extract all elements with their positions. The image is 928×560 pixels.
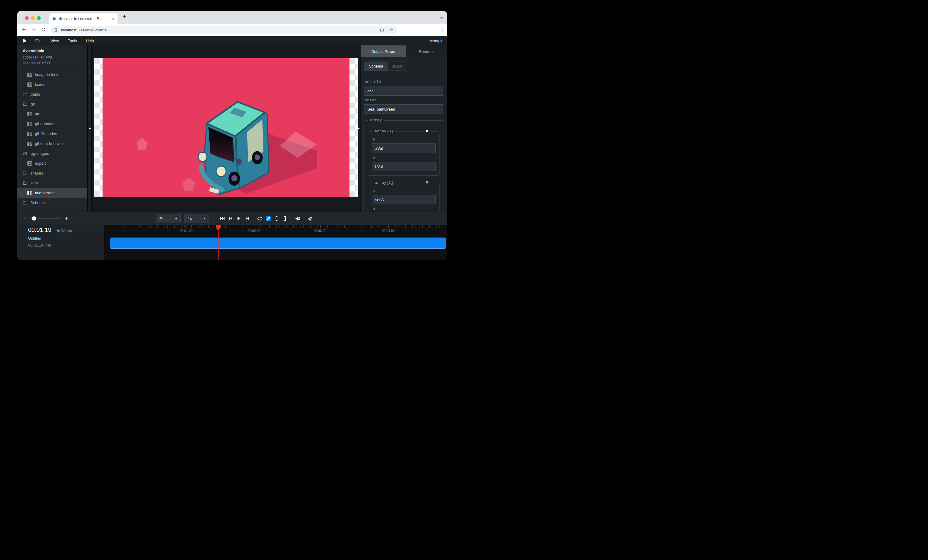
- sidebar-item-loader[interactable]: loader: [17, 79, 87, 89]
- in-point-bracket-button[interactable]: [272, 214, 281, 223]
- menu-view[interactable]: View: [46, 38, 63, 43]
- zoom-slider-thumb[interactable]: [32, 216, 36, 221]
- props-panel: Default PropsRenders SchemaJSON vehiclec…: [360, 46, 447, 212]
- sidebar-item-Rive[interactable]: Rive: [17, 178, 87, 188]
- compositions-list: image-in-lottieloaderpathsgifgifgif-dura…: [17, 68, 87, 208]
- array[0]-b-input[interactable]: bVal: [372, 162, 436, 171]
- close-window-button[interactable]: [25, 16, 29, 20]
- folder-icon: [23, 171, 27, 175]
- film-icon: [27, 122, 32, 126]
- sidebar-item-Schema[interactable]: Schema: [17, 198, 87, 208]
- browser-menu-icon[interactable]: [443, 28, 443, 32]
- array-fieldset: array array[0] ✕ aaValbbVal array[1] ✕ a…: [363, 120, 444, 212]
- fullscreen-window-button[interactable]: [37, 16, 41, 20]
- tab-default-props[interactable]: Default Props: [360, 46, 406, 57]
- color-input[interactable]: SeaFoamGreen: [364, 104, 443, 114]
- remove-array-item-icon[interactable]: ✕: [423, 180, 431, 185]
- array-fieldset-legend: array: [368, 118, 384, 123]
- sidebar-item-paths[interactable]: paths: [17, 89, 87, 99]
- reload-button[interactable]: [41, 27, 46, 32]
- timeline-track[interactable]: [110, 237, 446, 249]
- site-info-icon[interactable]: [54, 28, 58, 32]
- transparency-checkerboard-right: [350, 58, 358, 197]
- transparency-checkerboard-left: [94, 58, 102, 197]
- play-button[interactable]: [235, 214, 243, 223]
- current-frame-fps: 49 (30 fps): [56, 229, 72, 233]
- current-time: 00:01.19: [28, 227, 52, 233]
- compositions-sidebar: rive-vehicle 1200x630, 30 FPS Duration 0…: [17, 46, 87, 212]
- vehicle-input[interactable]: car: [364, 86, 443, 96]
- sidebar-item-gif-duration[interactable]: gif-duration: [17, 119, 87, 129]
- folder-icon: [23, 92, 27, 96]
- sidebar-item-gif-fill-modes[interactable]: gif-fill-modes: [17, 129, 87, 138]
- previous-frame-button[interactable]: [226, 214, 235, 223]
- forward-button[interactable]: [31, 27, 36, 32]
- toggle-schema[interactable]: Schema: [365, 62, 388, 70]
- sidebar-item-expert[interactable]: expert: [17, 158, 87, 168]
- sidebar-item-og-images[interactable]: og-images: [17, 149, 87, 158]
- track-duration: 00:01.19 (49): [28, 243, 51, 247]
- bookmark-star-icon[interactable]: ☆: [389, 27, 394, 32]
- vehicle-illustration: [102, 58, 350, 197]
- toggle-json[interactable]: JSON: [388, 62, 407, 70]
- collapse-props-panel-icon[interactable]: ▶: [358, 127, 360, 130]
- remotion-logo-icon[interactable]: [22, 38, 27, 43]
- render-rocket-button[interactable]: [306, 214, 314, 223]
- film-icon: [27, 112, 32, 116]
- preview-area: ▶: [92, 46, 360, 212]
- timeline: 00:01.19 49 (30 fps) Untitled 00:01.19 (…: [17, 225, 447, 260]
- canvas-size-select[interactable]: Fit: [156, 214, 180, 223]
- address-bar[interactable]: localhost:3000/rive-vehicle ☆: [51, 26, 397, 34]
- ruler-label-00:02.00: 00:02.00: [247, 229, 260, 233]
- jump-to-start-button[interactable]: [218, 214, 226, 223]
- back-button[interactable]: [21, 27, 26, 32]
- volume-button[interactable]: [293, 214, 302, 223]
- sidebar-item-rive-vehicle[interactable]: rive-vehicle: [17, 188, 87, 198]
- playback-speed-select[interactable]: 1x: [185, 214, 209, 223]
- remove-array-item-icon[interactable]: ✕: [423, 129, 431, 133]
- sidebar-item-gif[interactable]: gif: [17, 99, 87, 109]
- zoom-out-button[interactable]: −: [23, 215, 26, 221]
- share-icon[interactable]: [380, 27, 384, 33]
- preview-zoom-slider[interactable]: [30, 218, 61, 219]
- sidebar-item-image-in-lottie[interactable]: image-in-lottie: [17, 70, 87, 79]
- tab-close-icon[interactable]: [112, 17, 114, 20]
- playback-buttons: [218, 214, 314, 223]
- ruler-label-00:04.00: 00:04.00: [382, 229, 395, 233]
- desktop: rive-vehicle / example - Remot localhost…: [0, 0, 464, 280]
- new-tab-button[interactable]: [122, 15, 127, 18]
- film-icon: [27, 191, 32, 195]
- props-panel-tabs: Default PropsRenders: [360, 46, 447, 57]
- loop-button[interactable]: [256, 214, 264, 223]
- menu-help[interactable]: Help: [81, 38, 98, 43]
- transparency-checkerboard-button[interactable]: [264, 214, 272, 223]
- array[1]-a-input[interactable]: secA: [372, 195, 436, 204]
- main-content: rive-vehicle 1200x630, 30 FPS Duration 0…: [17, 46, 447, 212]
- timeline-info-panel: 00:01.19 49 (30 fps) Untitled 00:01.19 (…: [17, 225, 105, 260]
- schema-json-toggle: SchemaJSON: [364, 62, 407, 71]
- composition-duration: Duration 00:05.00: [23, 60, 87, 66]
- browser-window: rive-vehicle / example - Remot localhost…: [17, 11, 447, 260]
- browser-tab[interactable]: rive-vehicle / example - Remot: [49, 14, 118, 24]
- project-name-label: example: [429, 38, 447, 43]
- sidebar-item-gif-loop-behavior[interactable]: gif-loop-behavior: [17, 138, 87, 149]
- zoom-in-button[interactable]: +: [65, 215, 68, 221]
- film-icon: [27, 82, 32, 87]
- sidebar-resize-gutter[interactable]: ◀: [87, 46, 92, 212]
- sidebar-item-shapes[interactable]: shapes: [17, 168, 87, 178]
- composition-canvas[interactable]: [94, 58, 358, 197]
- minimize-window-button[interactable]: [31, 16, 35, 20]
- menu-file[interactable]: File: [31, 38, 46, 43]
- film-icon: [27, 161, 32, 166]
- array[0]-a-input[interactable]: aVal: [372, 143, 436, 153]
- next-frame-button[interactable]: [243, 214, 252, 223]
- sidebar-item-gif[interactable]: gif: [17, 109, 87, 119]
- menu-tools[interactable]: Tools: [63, 38, 81, 43]
- timeline-ruler[interactable]: 00:01.0000:02.0000:03.0000:04.00: [110, 225, 446, 228]
- out-point-bracket-button[interactable]: [281, 214, 289, 223]
- collapse-sidebar-icon[interactable]: ◀: [89, 127, 91, 130]
- browser-tabstrip: rive-vehicle / example - Remot: [17, 11, 447, 24]
- playhead-line: [218, 230, 218, 260]
- tab-search-chevron-icon[interactable]: [440, 17, 443, 18]
- tab-renders[interactable]: Renders: [406, 46, 447, 57]
